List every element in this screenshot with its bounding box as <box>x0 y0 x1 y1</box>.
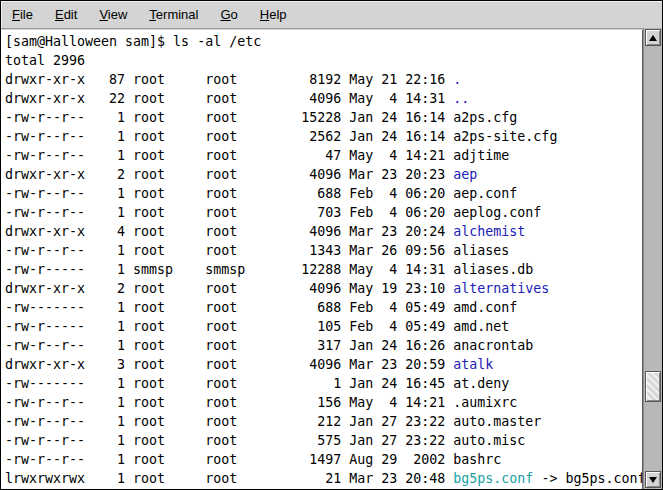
file-name: a2ps-site.cfg <box>453 129 557 144</box>
file-name: . <box>453 72 461 87</box>
file-name: auto.misc <box>453 433 525 448</box>
file-row: drwxr-xr-x 3 root root 4096 Mar 23 20:59… <box>5 355 642 374</box>
file-row: -rw-r--r-- 1 root root 1497 Aug 29 2002 … <box>5 450 642 469</box>
file-row: drwxr-xr-x 2 root root 4096 Mar 23 20:23… <box>5 165 642 184</box>
scroll-down-button[interactable] <box>645 471 661 488</box>
file-row: -rw-r--r-- 1 root root 15228 Jan 24 16:1… <box>5 108 642 127</box>
file-meta: -rw-r----- 1 smmsp smmsp 12288 May 4 14:… <box>5 262 453 277</box>
file-row: -rw-r--r-- 1 root root 2562 Jan 24 16:14… <box>5 127 642 146</box>
file-name: amd.net <box>453 319 509 334</box>
file-row: -rw-r--r-- 1 root root 703 Feb 4 06:20 a… <box>5 203 642 222</box>
menu-item-help[interactable]: Help <box>249 1 298 28</box>
file-row: -rw-r--r-- 1 root root 688 Feb 4 06:20 a… <box>5 184 642 203</box>
file-meta: -rw-r--r-- 1 root root 688 Feb 4 06:20 <box>5 186 453 201</box>
file-row: -rw-r--r-- 1 root root 212 Jan 27 23:22 … <box>5 412 642 431</box>
file-name: aep <box>453 167 477 182</box>
file-meta: -rw-r----- 1 root root 105 Feb 4 05:49 <box>5 319 453 334</box>
triangle-down-icon <box>649 477 657 483</box>
scrollbar-thumb[interactable] <box>645 371 661 402</box>
file-meta: -rw-r--r-- 1 root root 317 Jan 24 16:26 <box>5 338 453 353</box>
file-meta: -rw-r--r-- 1 root root 1497 Aug 29 2002 <box>5 452 453 467</box>
file-name: anacrontab <box>453 338 533 353</box>
triangle-up-icon <box>649 35 657 41</box>
file-meta: drwxr-xr-x 3 root root 4096 Mar 23 20:59 <box>5 357 453 372</box>
file-name: .. <box>453 91 469 106</box>
file-name: alchemist <box>453 224 525 239</box>
file-meta: drwxr-xr-x 22 root root 4096 May 4 14:31 <box>5 91 453 106</box>
file-row: -rw-r--r-- 1 root root 47 May 4 14:21 ad… <box>5 146 642 165</box>
file-meta: -rw------- 1 root root 1 Jan 24 16:45 <box>5 376 453 391</box>
file-row: -rw------- 1 root root 1 Jan 24 16:45 at… <box>5 374 642 393</box>
menu-item-terminal[interactable]: Terminal <box>138 1 209 28</box>
file-meta: drwxr-xr-x 87 root root 8192 May 21 22:1… <box>5 72 453 87</box>
file-meta: -rw-r--r-- 1 root root 575 Jan 27 23:22 <box>5 433 453 448</box>
file-name: aeplog.conf <box>453 205 541 220</box>
menu-item-edit[interactable]: Edit <box>44 1 88 28</box>
file-name: bg5ps.conf <box>453 471 533 486</box>
file-name: atalk <box>453 357 493 372</box>
menu-item-file[interactable]: File <box>1 1 44 28</box>
scrollbar[interactable] <box>643 28 662 489</box>
total-line: total 2996 <box>5 51 642 70</box>
file-meta: -rw-r--r-- 1 root root 47 May 4 14:21 <box>5 148 453 163</box>
file-meta: lrwxrwxrwx 1 root root 21 Mar 23 20:48 <box>5 471 453 486</box>
scroll-up-button[interactable] <box>645 29 661 46</box>
file-meta: -rw-r--r-- 1 root root 15228 Jan 24 16:1… <box>5 110 453 125</box>
file-name: a2ps.cfg <box>453 110 517 125</box>
file-name: adjtime <box>453 148 509 163</box>
file-name: alternatives <box>453 281 549 296</box>
file-row: -rw-r--r-- 1 root root 575 Jan 27 23:22 … <box>5 431 642 450</box>
file-row: -rw-r----- 1 smmsp smmsp 12288 May 4 14:… <box>5 260 642 279</box>
file-name: bashrc <box>453 452 501 467</box>
file-name: .aumixrc <box>453 395 517 410</box>
file-row: -rw-r--r-- 1 root root 317 Jan 24 16:26 … <box>5 336 642 355</box>
terminal-output-area[interactable]: [sam@Halloween sam]$ ls -al /etc total 2… <box>1 30 643 489</box>
symlink-target: -> bg5ps.conf <box>533 471 643 486</box>
file-row: -rw------- 1 root root 688 Feb 4 05:49 a… <box>5 298 642 317</box>
file-name: at.deny <box>453 376 509 391</box>
file-row: drwxr-xr-x 22 root root 4096 May 4 14:31… <box>5 89 642 108</box>
file-meta: -rw-r--r-- 1 root root 156 May 4 14:21 <box>5 395 453 410</box>
file-meta: -rw-r--r-- 1 root root 2562 Jan 24 16:14 <box>5 129 453 144</box>
file-row: lrwxrwxrwx 1 root root 21 Mar 23 20:48 b… <box>5 469 642 488</box>
file-meta: -rw-r--r-- 1 root root 703 Feb 4 06:20 <box>5 205 453 220</box>
file-meta: drwxr-xr-x 2 root root 4096 Mar 23 20:23 <box>5 167 453 182</box>
file-meta: drwxr-xr-x 4 root root 4096 Mar 23 20:24 <box>5 224 453 239</box>
terminal-window: FileEditViewTerminalGoHelp [sam@Hallowee… <box>0 0 663 490</box>
menu-item-go[interactable]: Go <box>209 1 248 28</box>
menu-item-view[interactable]: View <box>88 1 138 28</box>
file-meta: -rw-r--r-- 1 root root 1343 Mar 26 09:56 <box>5 243 453 258</box>
file-meta: -rw------- 1 root root 688 Feb 4 05:49 <box>5 300 453 315</box>
file-row: drwxr-xr-x 87 root root 8192 May 21 22:1… <box>5 70 642 89</box>
menu-bar: FileEditViewTerminalGoHelp <box>1 1 662 29</box>
prompt-line: [sam@Halloween sam]$ ls -al /etc <box>5 32 642 51</box>
file-name: aliases <box>453 243 509 258</box>
file-name: amd.conf <box>453 300 517 315</box>
file-row: -rw-r--r-- 1 root root 1343 Mar 26 09:56… <box>5 241 642 260</box>
file-meta: -rw-r--r-- 1 root root 212 Jan 27 23:22 <box>5 414 453 429</box>
file-row: drwxr-xr-x 4 root root 4096 Mar 23 20:24… <box>5 222 642 241</box>
file-row: -rw-r--r-- 1 root root 156 May 4 14:21 .… <box>5 393 642 412</box>
file-row: -rw-r----- 1 root root 105 Feb 4 05:49 a… <box>5 317 642 336</box>
file-row: drwxr-xr-x 2 root root 4096 May 19 23:10… <box>5 279 642 298</box>
file-name: auto.master <box>453 414 541 429</box>
file-name: aliases.db <box>453 262 533 277</box>
file-meta: drwxr-xr-x 2 root root 4096 May 19 23:10 <box>5 281 453 296</box>
file-name: aep.conf <box>453 186 517 201</box>
